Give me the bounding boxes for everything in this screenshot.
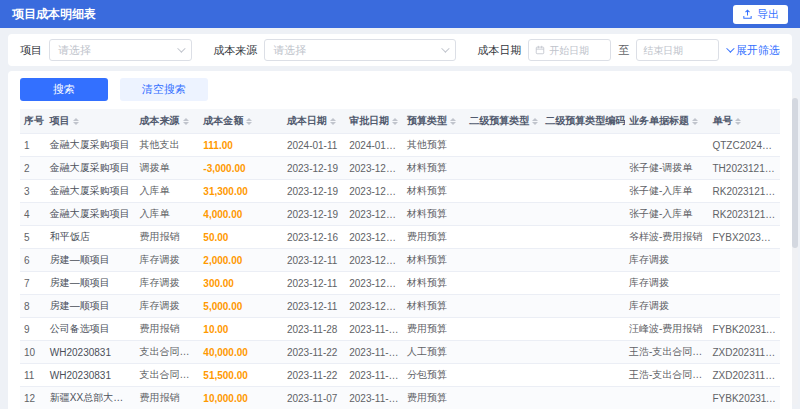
table-cell: 2023-12-19 — [345, 203, 403, 226]
table-cell: 2023-12-11 — [345, 249, 403, 272]
table-cell: 材料预算 — [403, 180, 465, 203]
table-cell: 7 — [20, 272, 46, 295]
table-cell: FYBK20231107001 — [708, 387, 780, 409]
table-panel: 搜索 清空搜索 序号项目成本来源成本金额成本日期审批日期预算类型二级预算类型二级… — [8, 71, 792, 409]
table-cell: 2023-11-22 — [283, 341, 345, 364]
calendar-icon — [535, 45, 545, 55]
table-cell — [708, 272, 780, 295]
table-cell: 入库单 — [136, 203, 200, 226]
end-date-picker[interactable] — [636, 39, 719, 61]
table-cell — [465, 157, 541, 180]
table-cell: 库存调拨 — [136, 272, 200, 295]
table-cell — [541, 387, 625, 409]
sort-icon[interactable] — [183, 115, 189, 128]
table-row: 8房建—顺项目库存调拨5,000.002023-12-112023-12-11材… — [20, 295, 780, 318]
table-cell: 2023-11-28 — [345, 318, 403, 341]
table-cell: 8 — [20, 295, 46, 318]
sort-icon[interactable] — [735, 115, 741, 128]
table-cell: 张子健-入库单 — [625, 180, 709, 203]
table-cell: QTZC20240111001 — [708, 134, 780, 157]
table-cell: 金融大厦采购项目 — [46, 157, 136, 180]
column-header-5[interactable]: 审批日期 — [345, 109, 403, 134]
table-cell: 50.00 — [199, 226, 283, 249]
table-cell: 费用报销 — [136, 226, 200, 249]
table-cell: 2024-01-11 — [345, 134, 403, 157]
table-cell: 40,000.00 — [199, 341, 283, 364]
column-header-7[interactable]: 二级预算类型 — [465, 109, 541, 134]
sort-icon[interactable] — [246, 115, 252, 128]
table-cell: 金融大厦采购项目 — [46, 180, 136, 203]
column-header-10[interactable]: 单号 — [708, 109, 780, 134]
column-header-3[interactable]: 成本金额 — [199, 109, 283, 134]
clear-search-button[interactable]: 清空搜索 — [120, 78, 208, 101]
table-cell: 2023-12-16 — [345, 226, 403, 249]
table-row: 9公司备选项目费用报销10.002023-11-282023-11-28费用预算… — [20, 318, 780, 341]
table-cell: 新疆XX总部大厦工程二期 — [46, 387, 136, 409]
table-cell — [541, 203, 625, 226]
column-header-0[interactable]: 序号 — [20, 109, 46, 134]
column-header-label: 成本金额 — [203, 115, 243, 126]
expand-filters-link[interactable]: 展开筛选 — [726, 43, 780, 58]
table-cell: 10 — [20, 341, 46, 364]
table-cell: 人工预算 — [403, 341, 465, 364]
table-cell: 10,000.00 — [199, 387, 283, 409]
vertical-scrollbar[interactable] — [792, 98, 798, 248]
column-header-4[interactable]: 成本日期 — [283, 109, 345, 134]
column-header-2[interactable]: 成本来源 — [136, 109, 200, 134]
table-cell: 2023-12-19 — [345, 157, 403, 180]
table-cell — [625, 387, 709, 409]
table-cell: 金融大厦采购项目 — [46, 203, 136, 226]
chevron-down-icon — [726, 44, 734, 52]
table-cell: RK20231219002 — [708, 203, 780, 226]
table-cell: 费用预算 — [403, 318, 465, 341]
table-cell — [465, 387, 541, 409]
date-range-separator: 至 — [618, 43, 629, 58]
export-icon — [742, 9, 753, 20]
table-cell: 公司备选项目 — [46, 318, 136, 341]
sort-icon[interactable] — [392, 115, 398, 128]
table-cell: 300.00 — [199, 272, 283, 295]
table-cell: -3,000.00 — [199, 157, 283, 180]
table-cell: 2023-12-11 — [283, 272, 345, 295]
table-cell: 51,500.00 — [199, 364, 283, 387]
column-header-label: 项目 — [50, 115, 70, 126]
cost-detail-table: 序号项目成本来源成本金额成本日期审批日期预算类型二级预算类型二级预算类型编码业务… — [20, 109, 780, 409]
table-cell: 2023-12-11 — [283, 249, 345, 272]
table-cell: 5,000.00 — [199, 295, 283, 318]
expand-filters-label: 展开筛选 — [736, 43, 780, 58]
sort-icon[interactable] — [450, 115, 456, 128]
table-cell: 2023-12-19 — [283, 157, 345, 180]
table-cell: 房建—顺项目 — [46, 249, 136, 272]
table-cell: 房建—顺项目 — [46, 272, 136, 295]
start-date-picker[interactable] — [528, 39, 611, 61]
sort-icon[interactable] — [330, 115, 336, 128]
date-filter-label: 成本日期 — [477, 43, 521, 58]
table-cell — [541, 134, 625, 157]
table-cell — [465, 318, 541, 341]
column-header-9[interactable]: 业务单据标题 — [625, 109, 709, 134]
column-header-8[interactable]: 二级预算类型编码 — [541, 109, 625, 134]
source-select-placeholder: 请选择 — [273, 43, 306, 58]
table-cell — [625, 134, 709, 157]
table-cell — [465, 134, 541, 157]
cost-source-select[interactable]: 请选择 — [264, 39, 456, 61]
column-header-6[interactable]: 预算类型 — [403, 109, 465, 134]
start-date-input[interactable] — [549, 45, 604, 56]
export-button[interactable]: 导出 — [733, 5, 788, 24]
sort-icon[interactable] — [692, 115, 698, 128]
column-header-1[interactable]: 项目 — [46, 109, 136, 134]
table-cell: 2,000.00 — [199, 249, 283, 272]
table-cell: 材料预算 — [403, 272, 465, 295]
table-row: 10WH20230831支出合同执行40,000.002023-11-22202… — [20, 341, 780, 364]
project-select[interactable]: 请选择 — [49, 39, 192, 61]
table-cell — [541, 364, 625, 387]
search-button[interactable]: 搜索 — [20, 78, 108, 101]
sort-icon[interactable] — [73, 115, 79, 128]
table-cell: 张子健-入库单 — [625, 203, 709, 226]
table-cell: 3 — [20, 180, 46, 203]
end-date-input[interactable] — [643, 45, 712, 56]
column-header-label: 成本日期 — [287, 115, 327, 126]
sort-icon[interactable] — [532, 115, 538, 128]
table-cell: FYBK20231128001 — [708, 318, 780, 341]
table-cell: 2023-11-22 — [283, 364, 345, 387]
